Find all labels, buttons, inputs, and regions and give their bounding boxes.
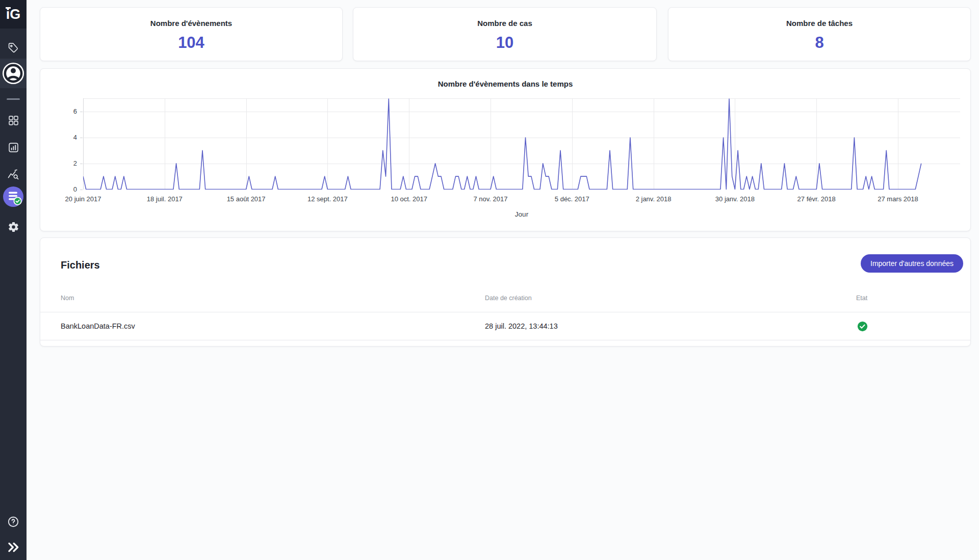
sidebar-collapse-toggle[interactable]	[0, 537, 27, 557]
success-badge-icon	[14, 197, 21, 204]
sidebar-item-help[interactable]	[0, 512, 27, 532]
bar-chart-icon	[8, 142, 19, 153]
success-check-icon	[857, 321, 868, 332]
x-tick-label: 2 janv. 2018	[623, 195, 684, 203]
stat-value: 104	[40, 34, 342, 52]
y-tick-label: 2	[60, 159, 77, 167]
sidebar-item-process-discovery[interactable]	[0, 164, 27, 184]
column-header-status: Etat	[856, 295, 970, 302]
column-header-name: Nom	[61, 295, 485, 302]
y-tick-label: 0	[60, 185, 77, 193]
sidebar: iG	[0, 0, 27, 560]
stat-label: Nombre de tâches	[668, 19, 970, 28]
x-tick-label: 20 juin 2017	[53, 195, 114, 203]
stat-label: Nombre de cas	[353, 19, 656, 28]
stat-card-cases: Nombre de cas 10	[353, 7, 657, 61]
collapse-icon	[7, 541, 20, 554]
trend-search-icon	[7, 168, 19, 180]
file-created-cell: 28 juil. 2022, 13:44:13	[485, 322, 856, 330]
x-tick-label: 27 févr. 2018	[786, 195, 847, 203]
x-axis-title: Jour	[83, 210, 960, 218]
sidebar-item-tags[interactable]	[0, 38, 27, 58]
x-tick-label: 30 janv. 2018	[704, 195, 765, 203]
files-table-header: Nom Date de création Etat	[40, 291, 970, 305]
data-list-icon	[3, 186, 23, 207]
x-tick-label: 15 août 2017	[216, 195, 277, 203]
x-tick-label: 27 mars 2018	[867, 195, 929, 203]
stat-card-events: Nombre d'évènements 104	[40, 7, 343, 61]
x-tick-label: 18 juil. 2017	[134, 195, 195, 203]
stat-value: 8	[668, 34, 970, 52]
tag-icon	[7, 42, 19, 54]
x-tick-label: 10 oct. 2017	[378, 195, 440, 203]
y-tick-mark	[80, 112, 83, 112]
line-chart-plot	[83, 98, 960, 190]
help-icon	[7, 516, 19, 528]
stat-label: Nombre d'évènements	[40, 19, 342, 28]
file-name-cell: BankLoanData-FR.csv	[61, 322, 485, 330]
sidebar-item-dashboard[interactable]	[0, 110, 27, 130]
x-tick-label: 5 déc. 2017	[542, 195, 603, 203]
x-tick-label: 12 sept. 2017	[297, 195, 358, 203]
line-chart-svg	[83, 98, 960, 190]
main-content: Nombre d'évènements 104 Nombre de cas 10…	[27, 0, 979, 560]
sidebar-item-statistics[interactable]	[0, 137, 27, 157]
file-status-cell	[857, 321, 868, 332]
stat-card-tasks: Nombre de tâches 8	[668, 7, 971, 61]
account-circle-icon	[2, 62, 25, 85]
import-data-button[interactable]: Importer d'autres données	[861, 254, 963, 273]
events-over-time-chart-card: Nombre d'évènements dans le temps 0246 2…	[40, 68, 971, 231]
y-tick-label: 6	[60, 108, 77, 115]
x-tick-label: 7 nov. 2017	[460, 195, 521, 203]
y-tick-mark	[80, 138, 83, 138]
file-table-row[interactable]: BankLoanData-FR.csv 28 juil. 2022, 13:44…	[40, 312, 970, 340]
stat-value: 10	[353, 34, 656, 52]
app-logo[interactable]: iG	[0, 0, 27, 29]
sidebar-item-account[interactable]	[0, 59, 27, 88]
logo-text: iG	[6, 8, 21, 21]
files-section-title: Fichiers	[61, 259, 100, 271]
y-tick-mark	[80, 190, 83, 190]
column-header-created: Date de création	[485, 295, 856, 302]
sidebar-divider	[7, 98, 20, 100]
sidebar-item-settings[interactable]	[0, 217, 27, 237]
gear-icon	[8, 221, 19, 233]
chart-title: Nombre d'évènements dans le temps	[40, 79, 970, 88]
y-tick-mark	[80, 164, 83, 164]
sidebar-item-data-import-active[interactable]	[3, 186, 23, 207]
y-tick-label: 4	[60, 134, 77, 141]
dashboard-grid-icon	[8, 115, 19, 126]
files-card: Fichiers Importer d'autres données Nom D…	[40, 237, 971, 346]
